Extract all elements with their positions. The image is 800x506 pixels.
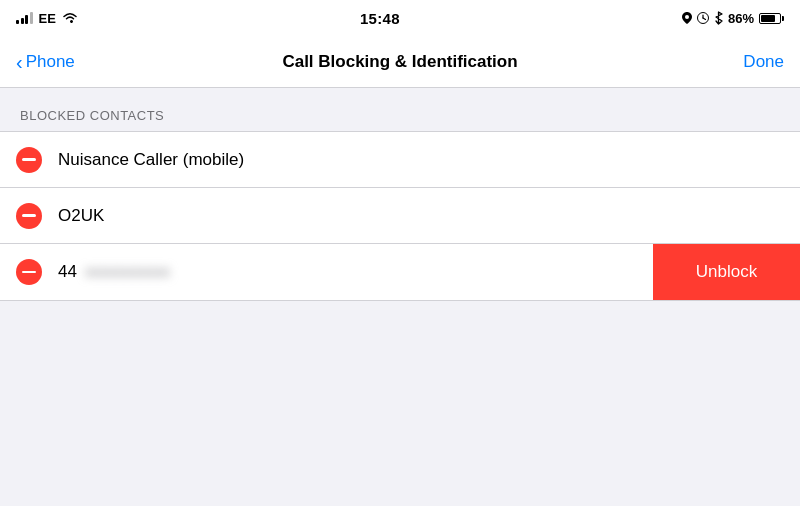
contact-row-3: 44 xxxxxxxxxx Unblock <box>0 244 800 300</box>
unblock-button[interactable]: Unblock <box>653 244 800 300</box>
svg-point-0 <box>685 15 689 19</box>
wifi-icon <box>62 12 78 24</box>
status-left: EE <box>16 11 78 26</box>
chevron-left-icon: ‹ <box>16 52 23 72</box>
status-right: 86% <box>682 11 784 26</box>
battery-icon <box>759 13 784 24</box>
content-area: BLOCKED CONTACTS Nuisance Caller (mobile… <box>0 88 800 301</box>
back-button[interactable]: ‹ Phone <box>16 52 75 72</box>
status-bar: EE 15:48 86% <box>0 0 800 36</box>
contact-name-2: O2UK <box>58 206 784 226</box>
remove-contact-2-button[interactable] <box>16 203 42 229</box>
status-time: 15:48 <box>360 10 400 27</box>
svg-line-3 <box>703 18 706 20</box>
bluetooth-icon <box>714 11 723 25</box>
done-button[interactable]: Done <box>743 52 784 72</box>
section-header-blocked: BLOCKED CONTACTS <box>0 88 800 131</box>
nav-bar: ‹ Phone Call Blocking & Identification D… <box>0 36 800 88</box>
blocked-contacts-list: Nuisance Caller (mobile) O2UK 44 xxxxxxx… <box>0 131 800 301</box>
contact-prefix-3: 44 <box>58 262 77 282</box>
contact-row-1: Nuisance Caller (mobile) <box>0 132 800 188</box>
location-icon <box>682 12 692 24</box>
nav-title: Call Blocking & Identification <box>282 52 517 72</box>
battery-label: 86% <box>728 11 754 26</box>
contact-row-2: O2UK <box>0 188 800 244</box>
signal-bars-icon <box>16 12 33 24</box>
carrier-label: EE <box>39 11 56 26</box>
contact-name-1: Nuisance Caller (mobile) <box>58 150 784 170</box>
clock-icon <box>697 12 709 24</box>
remove-contact-3-button[interactable] <box>16 259 42 285</box>
remove-contact-1-button[interactable] <box>16 147 42 173</box>
back-label: Phone <box>26 52 75 72</box>
